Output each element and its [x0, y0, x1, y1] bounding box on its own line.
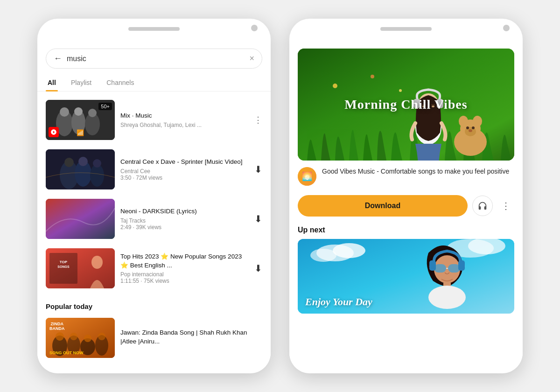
svg-rect-14 — [46, 199, 115, 239]
search-input[interactable]: music — [67, 55, 245, 63]
channel-name: Central Cee — [120, 168, 249, 175]
svg-point-19 — [91, 256, 103, 269]
svg-text:SONGS: SONGS — [57, 265, 70, 268]
hero-image: Morning Chill Vibes — [298, 49, 514, 161]
video-info: Jawan: Zinda Banda Song | Shah Rukh Khan… — [120, 329, 262, 348]
video-stats: 2:49 · 39K views — [120, 224, 249, 231]
svg-point-10 — [90, 164, 104, 187]
video-title: Top Hits 2023 ⭐ New Popular Songs 2023 ⭐… — [120, 252, 249, 270]
video-meta: Shreya Ghoshal, Tujamo, Lexi ... — [120, 122, 248, 128]
svg-point-12 — [78, 157, 88, 166]
download-button[interactable]: ⬇ — [254, 213, 262, 224]
video-stats: 3:50 · 72M views — [120, 175, 249, 181]
section-header: Popular today — [37, 297, 271, 313]
svg-point-51 — [333, 243, 365, 258]
list-item[interactable]: Central Cee x Dave - Sprinter [Music Vid… — [37, 145, 271, 194]
video-actions: ⬇ — [254, 263, 262, 274]
video-title: Jawan: Zinda Banda Song | Shah Rukh Khan… — [120, 329, 262, 346]
channel-icon — [49, 127, 59, 137]
channel-name: Pop internacional — [120, 271, 249, 278]
channel-description: Good Vibes Music - Comfortable songs to … — [322, 167, 514, 176]
clear-button[interactable]: × — [249, 54, 254, 63]
channel-avatar: 🌅 — [298, 167, 316, 186]
right-phone: Morning Chill Vibes 🌅 Good Vibes Music — [289, 19, 523, 373]
more-options-button[interactable]: ⋮ — [497, 197, 514, 214]
svg-point-28 — [98, 333, 105, 340]
svg-point-25 — [56, 332, 64, 341]
right-phone-content: Morning Chill Vibes 🌅 Good Vibes Music — [289, 41, 523, 373]
up-next-thumbnail[interactable]: Enjoy Your Day — [298, 239, 514, 314]
svg-point-13 — [93, 159, 101, 168]
video-thumbnail: TOP SONGS — [46, 248, 115, 288]
channel-row: 🌅 Good Vibes Music - Comfortable songs t… — [289, 161, 523, 192]
video-thumbnail — [46, 149, 115, 189]
hero-title: Morning Chill Vibes — [337, 97, 475, 112]
channel-name: Taj Tracks — [120, 217, 249, 224]
search-bar: ← music × — [46, 49, 262, 69]
video-title: Central Cee x Dave - Sprinter [Music Vid… — [120, 158, 249, 167]
svg-point-6 — [88, 109, 97, 117]
svg-point-62 — [428, 286, 466, 309]
up-next-header: Up next — [289, 223, 523, 239]
video-info: Top Hits 2023 ⭐ New Popular Songs 2023 ⭐… — [120, 252, 249, 285]
left-phone-content: ← music × All Playlist Channels — [37, 41, 271, 373]
more-button[interactable]: ⋮ — [254, 116, 262, 124]
tab-channels[interactable]: Channels — [105, 74, 136, 91]
svg-point-11 — [64, 158, 74, 167]
video-info: Central Cee x Dave - Sprinter [Music Vid… — [120, 158, 249, 181]
download-button[interactable]: Download — [298, 195, 468, 217]
tab-all[interactable]: All — [46, 74, 58, 91]
list-item[interactable]: ZINDABANDA SONG OUT NOW Jawan: Zinda Ban… — [37, 313, 271, 363]
left-phone: ← music × All Playlist Channels — [37, 19, 271, 373]
headphone-button[interactable] — [472, 196, 493, 216]
tab-playlist[interactable]: Playlist — [69, 74, 93, 91]
video-stats: 1:11:55 · 75K views — [120, 278, 249, 284]
video-thumbnail: DARKSIDENEONI — [46, 199, 115, 239]
badge-count: 50+ — [98, 103, 112, 110]
hero-image-overlay: Morning Chill Vibes — [298, 49, 514, 161]
video-actions: ⬇ — [254, 213, 262, 224]
svg-point-5 — [74, 107, 83, 116]
video-info: Neoni - DARKSIDE (Lyrics) Taj Tracks 2:4… — [120, 207, 249, 231]
svg-rect-16 — [49, 253, 77, 284]
list-item[interactable]: TOP SONGS Top Hits 2023 ⭐ New Popular So… — [37, 244, 271, 293]
video-thumbnail: 50+ 📶 — [46, 100, 115, 140]
svg-rect-59 — [429, 260, 436, 271]
svg-point-27 — [84, 335, 91, 342]
video-title: Neoni - DARKSIDE (Lyrics) — [120, 207, 249, 216]
up-next-title: Enjoy Your Day — [298, 290, 380, 314]
svg-rect-60 — [458, 260, 465, 271]
video-actions: ⬇ — [254, 164, 262, 175]
list-item[interactable]: DARKSIDENEONI Neoni - DARKSIDE (Lyrics) … — [37, 194, 271, 244]
svg-text:🌅: 🌅 — [302, 171, 313, 182]
video-title: Mix · Music — [120, 112, 248, 120]
search-tabs: All Playlist Channels — [37, 74, 271, 91]
thumb-title: ZINDABANDA — [49, 322, 65, 331]
download-row: Download ⋮ — [289, 192, 523, 223]
download-button[interactable]: ⬇ — [254, 164, 262, 175]
download-button[interactable]: ⬇ — [254, 263, 262, 274]
list-item[interactable]: 50+ 📶 Mix · Music Shreya Ghoshal, Tujamo… — [37, 95, 271, 145]
video-results-list: 50+ 📶 Mix · Music Shreya Ghoshal, Tujamo… — [37, 91, 271, 297]
back-button[interactable]: ← — [54, 54, 62, 63]
svg-point-52 — [310, 249, 336, 262]
svg-point-4 — [60, 107, 69, 117]
svg-point-26 — [70, 333, 77, 340]
svg-text:TOP: TOP — [60, 260, 68, 264]
video-thumbnail: ZINDABANDA SONG OUT NOW — [46, 318, 115, 358]
video-actions: ⋮ — [254, 116, 262, 124]
video-info: Mix · Music Shreya Ghoshal, Tujamo, Lexi… — [120, 112, 248, 128]
